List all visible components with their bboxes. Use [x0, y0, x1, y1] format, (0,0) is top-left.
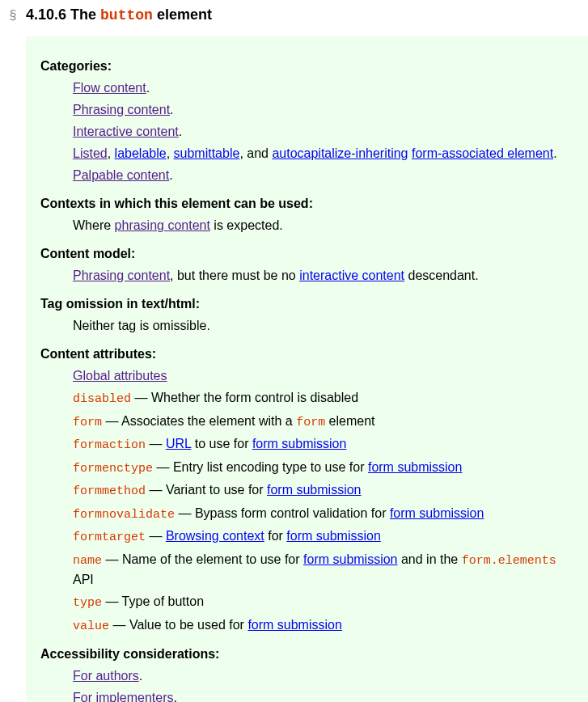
link-phrasing-content-2[interactable]: phrasing content [115, 218, 210, 232]
attr-name-desc1: — Name of the element to use for [102, 552, 303, 566]
attr-name-api[interactable]: form.elements [462, 554, 556, 568]
content-model-label: Content model: [40, 247, 573, 261]
element-definition-box: Categories: Flow content. Phrasing conte… [26, 36, 588, 702]
text-and: , and [239, 146, 272, 160]
link-form-submission-4[interactable]: form submission [390, 506, 484, 520]
link-flow-content[interactable]: Flow content [73, 81, 146, 95]
link-listed[interactable]: Listed [73, 146, 108, 160]
categories-label: Categories: [40, 59, 573, 74]
attr-name[interactable]: name [73, 554, 102, 568]
content-attributes-label: Content attributes: [40, 347, 573, 362]
section-link-marker[interactable]: § [6, 8, 19, 23]
attr-form-code[interactable]: form [296, 416, 325, 429]
attr-name-desc2: and in the [398, 552, 462, 566]
attr-type[interactable]: type [73, 596, 102, 610]
link-form-submission-3[interactable]: form submission [267, 483, 361, 497]
link-interactive-content[interactable]: Interactive content [73, 125, 179, 138]
attr-formnovalidate-desc: — Bypass form control validation for [175, 506, 390, 520]
dash2: — [146, 529, 166, 543]
tag-omission-text: Neither tag is omissible. [73, 316, 573, 336]
attr-form-desc1: — Associates the element with a [102, 414, 296, 428]
content-model-end: descendant. [404, 269, 479, 282]
link-form-associated-element[interactable]: form-associated element [412, 146, 553, 160]
contexts-label: Contexts in which this element can be us… [40, 197, 573, 211]
attr-disabled[interactable]: disabled [73, 392, 131, 406]
link-form-submission-7[interactable]: form submission [247, 618, 341, 632]
link-for-authors[interactable]: For authors [73, 669, 139, 683]
link-phrasing-content[interactable]: Phrasing content [73, 103, 170, 116]
link-form-submission-1[interactable]: form submission [252, 437, 346, 450]
link-form-submission-2[interactable]: form submission [368, 460, 462, 474]
link-phrasing-content-3[interactable]: Phrasing content [73, 269, 170, 282]
attr-disabled-desc: — Whether the form control is disabled [131, 391, 358, 404]
link-browsing-context[interactable]: Browsing context [166, 529, 264, 543]
link-labelable[interactable]: labelable [115, 146, 167, 160]
contexts-text2: is expected. [210, 218, 283, 232]
attr-formmethod[interactable]: formmethod [73, 484, 146, 498]
tag-omission-label: Tag omission in text/html: [40, 297, 573, 311]
heading-prefix: 4.10.6 The [26, 6, 100, 23]
link-url[interactable]: URL [166, 437, 191, 450]
attr-form-desc2: element [325, 414, 374, 428]
section-heading: 4.10.6 The button element [26, 6, 212, 23]
attr-value-desc: — Value to be used for [109, 618, 247, 632]
attr-formtarget-desc2: for [264, 529, 287, 543]
attr-formaction[interactable]: formaction [73, 438, 146, 452]
attr-formtarget[interactable]: formtarget [73, 531, 146, 544]
attr-form[interactable]: form [73, 416, 102, 429]
link-palpable-content[interactable]: Palpable content [73, 168, 169, 182]
link-autocapitalize-inheriting[interactable]: autocapitalize-inheriting [272, 146, 408, 160]
link-for-implementers[interactable]: For implementers [73, 691, 173, 702]
attr-formenctype-desc: — Entry list encoding type to use for [153, 460, 368, 474]
heading-code: button [100, 7, 153, 23]
content-model-mid: , but there must be no [170, 269, 299, 282]
attr-formnovalidate[interactable]: formnovalidate [73, 508, 175, 522]
link-form-submission-6[interactable]: form submission [303, 552, 397, 566]
attr-name-desc3: API [73, 573, 94, 586]
heading-suffix: element [153, 6, 212, 23]
link-form-submission-5[interactable]: form submission [286, 529, 380, 543]
link-global-attributes[interactable]: Global attributes [73, 369, 167, 383]
attr-formmethod-desc: — Variant to use for [146, 483, 267, 497]
attr-formaction-desc2: to use for [191, 437, 252, 450]
link-interactive-content-2[interactable]: interactive content [299, 269, 404, 282]
attr-formenctype[interactable]: formenctype [73, 462, 153, 476]
attr-value[interactable]: value [73, 620, 109, 633]
a11y-label: Accessibility considerations: [40, 647, 573, 662]
link-submittable[interactable]: submittable [174, 146, 240, 160]
dash: — [146, 437, 166, 450]
attr-type-desc: — Type of button [102, 594, 204, 608]
contexts-text1: Where [73, 218, 115, 232]
